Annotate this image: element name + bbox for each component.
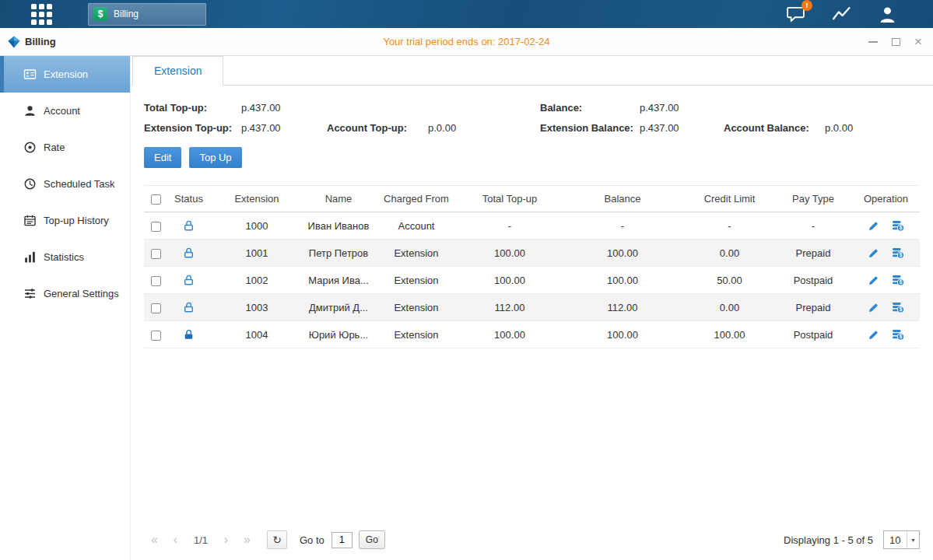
- edit-icon[interactable]: [868, 247, 879, 259]
- page-size-select[interactable]: 10 ▼: [883, 530, 920, 549]
- col-status: Status: [167, 186, 210, 212]
- maximize-button[interactable]: [892, 37, 900, 47]
- extension-icon: [23, 68, 37, 81]
- status-icon: [183, 220, 195, 232]
- minimize-button[interactable]: [868, 37, 878, 47]
- cell-charged-from: Extension: [374, 294, 459, 321]
- cell-charged-from: Account: [374, 212, 459, 240]
- sidebar: Extension Account Rate Scheduled Task To…: [0, 56, 131, 560]
- displaying-text: Displaying 1 - 5 of 5: [784, 534, 873, 546]
- extension-balance-label: Extension Balance:: [540, 122, 640, 134]
- cell-pay-type: -: [774, 212, 852, 240]
- cell-extension: 1004: [210, 321, 303, 348]
- table-header-row: Status Extension Name Charged From Total…: [144, 186, 920, 212]
- row-checkbox[interactable]: [151, 303, 161, 313]
- table-row: 1004 Юрий Юрь... Extension 100.00 100.00…: [144, 321, 920, 348]
- sidebar-item-rate[interactable]: Rate: [0, 129, 130, 166]
- sidebar-item-statistics[interactable]: Statistics: [0, 239, 130, 275]
- cell-balance: 100.00: [560, 240, 685, 267]
- top-up-button[interactable]: Top Up: [189, 147, 241, 168]
- row-checkbox[interactable]: [151, 222, 161, 232]
- edit-icon[interactable]: [868, 329, 879, 341]
- extension-topup-label: Extension Top-up:: [144, 122, 241, 134]
- actions: Edit Top Up: [144, 147, 920, 168]
- next-page-button[interactable]: ›: [216, 533, 237, 547]
- chat-button[interactable]: !: [786, 5, 805, 23]
- edit-icon[interactable]: [868, 275, 879, 286]
- account-topup-label: Account Top-up:: [327, 122, 428, 134]
- content: Total Top-up: p.437.00 Balance: p.437.00…: [131, 86, 933, 560]
- tab-extension[interactable]: Extension: [132, 56, 223, 86]
- page-size-value: 10: [884, 531, 907, 548]
- row-checkbox[interactable]: [151, 249, 161, 259]
- cell-pay-type: Prepaid: [774, 240, 852, 267]
- cell-charged-from: Extension: [374, 267, 459, 294]
- row-checkbox[interactable]: [151, 276, 161, 286]
- edit-button[interactable]: Edit: [144, 147, 181, 168]
- cell-extension: 1003: [210, 294, 303, 321]
- topup-record-icon[interactable]: [892, 301, 904, 313]
- cell-credit-limit: -: [685, 212, 774, 240]
- window-title: Billing: [25, 36, 56, 47]
- sidebar-item-scheduled-task[interactable]: Scheduled Task: [0, 166, 130, 202]
- cell-charged-from: Extension: [374, 240, 459, 267]
- cell-extension: 1000: [210, 212, 303, 240]
- sidebar-item-label: General Settings: [44, 288, 119, 299]
- statistics-button[interactable]: [832, 5, 851, 23]
- balance-value: p.437.00: [640, 102, 724, 114]
- chat-notification-badge: !: [801, 0, 812, 11]
- row-checkbox[interactable]: [151, 331, 161, 341]
- col-operation: Operation: [852, 186, 920, 212]
- sidebar-item-extension[interactable]: Extension: [0, 56, 130, 93]
- close-button[interactable]: ×: [914, 37, 922, 47]
- topbar: $ Billing !: [0, 0, 933, 28]
- billing-logo-icon: [8, 36, 20, 48]
- refresh-button[interactable]: ↻: [267, 530, 287, 549]
- table-row: 1001 Петр Петров Extension 100.00 100.00…: [144, 240, 920, 267]
- first-page-button[interactable]: «: [144, 533, 165, 547]
- topup-record-icon[interactable]: [892, 247, 904, 259]
- cell-pay-type: Postpaid: [774, 321, 852, 348]
- cell-credit-limit: 50.00: [685, 267, 774, 294]
- sidebar-item-label: Scheduled Task: [44, 178, 115, 190]
- goto-label: Go to: [300, 534, 324, 546]
- page-indicator: 1/1: [186, 534, 216, 546]
- goto-page-input[interactable]: [331, 532, 353, 548]
- cell-balance: 100.00: [560, 321, 685, 348]
- table-row: 1003 Дмитрий Д... Extension 112.00 112.0…: [144, 294, 920, 321]
- cell-pay-type: Prepaid: [774, 294, 852, 321]
- cell-balance: 112.00: [560, 294, 685, 321]
- extension-topup-value: p.437.00: [241, 122, 327, 134]
- sidebar-item-label: Account: [44, 105, 80, 117]
- billing-taskbar-tab[interactable]: $ Billing: [88, 3, 206, 26]
- apps-grid-icon[interactable]: [31, 4, 52, 25]
- cell-pay-type: Postpaid: [774, 267, 852, 294]
- settings-sliders-icon: [23, 287, 37, 300]
- user-menu-button[interactable]: [878, 5, 897, 23]
- window-controls: ×: [868, 37, 922, 47]
- go-button[interactable]: Go: [359, 530, 385, 549]
- topup-record-icon[interactable]: [892, 274, 904, 286]
- topup-record-icon[interactable]: [892, 328, 904, 341]
- sidebar-item-account[interactable]: Account: [0, 93, 130, 129]
- prev-page-button[interactable]: ‹: [165, 533, 186, 547]
- sidebar-item-label: Rate: [44, 142, 65, 153]
- last-page-button[interactable]: »: [237, 533, 258, 547]
- main-panel: Extension Total Top-up: p.437.00 Balance…: [131, 56, 933, 560]
- table-row: 1002 Мария Ива... Extension 100.00 100.0…: [144, 267, 920, 294]
- taskbar-tab-label: Billing: [114, 9, 139, 19]
- col-name: Name: [303, 186, 374, 212]
- edit-icon[interactable]: [868, 220, 879, 232]
- header-checkbox[interactable]: [151, 194, 161, 205]
- sidebar-item-general-settings[interactable]: General Settings: [0, 275, 130, 312]
- edit-icon[interactable]: [868, 302, 879, 313]
- cell-total-topup: -: [459, 212, 560, 240]
- cell-total-topup: 112.00: [459, 294, 560, 321]
- table-row: 1000 Иван Иванов Account - - - -: [144, 212, 920, 240]
- cell-balance: 100.00: [560, 267, 685, 294]
- topup-record-icon[interactable]: [892, 219, 904, 232]
- account-icon: [23, 104, 37, 117]
- sidebar-item-topup-history[interactable]: Top-up History: [0, 202, 130, 239]
- cell-total-topup: 100.00: [459, 240, 560, 267]
- chevron-down-icon: ▼: [907, 531, 919, 548]
